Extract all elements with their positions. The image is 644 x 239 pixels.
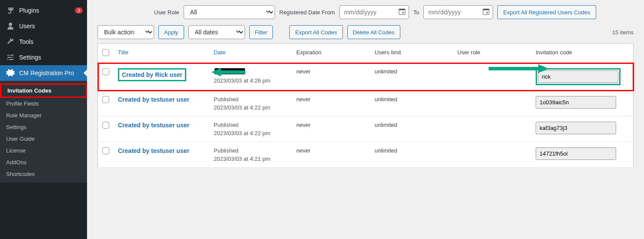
row-users-limit: unlimited bbox=[370, 142, 453, 168]
user-role-select[interactable]: All bbox=[184, 5, 275, 19]
sidebar-label: Tools bbox=[19, 38, 83, 46]
row-checkbox[interactable] bbox=[102, 96, 109, 103]
col-expiration: Expiration bbox=[292, 44, 370, 63]
admin-sidebar: Plugins 3 Users Tools Settings CM Regist… bbox=[0, 0, 87, 239]
arrow-annotation bbox=[211, 66, 246, 79]
invitation-code-field[interactable] bbox=[536, 147, 616, 160]
row-users-limit: unlimited bbox=[370, 63, 453, 91]
invitation-code-field[interactable] bbox=[536, 122, 616, 134]
sub-item-role-manager[interactable]: Role Manager bbox=[0, 110, 87, 121]
plug-icon bbox=[6, 6, 15, 15]
export-registered-users-button[interactable]: Export All Registered Users Codes bbox=[497, 5, 596, 19]
svg-marker-9 bbox=[538, 64, 549, 73]
bulk-actions-select[interactable]: Bulk actions bbox=[97, 25, 154, 39]
sidebar-item-users[interactable]: Users bbox=[0, 18, 87, 34]
user-icon bbox=[6, 22, 15, 30]
row-checkbox[interactable] bbox=[102, 122, 109, 129]
row-checkbox[interactable] bbox=[102, 68, 109, 75]
row-date: 2023/03/03 at 4:21 pm bbox=[214, 156, 288, 162]
sidebar-item-settings[interactable]: Settings bbox=[0, 50, 87, 65]
wrench-icon bbox=[6, 37, 15, 46]
row-users-limit: unlimited bbox=[370, 116, 453, 142]
row-title-link[interactable]: Created by testuser user bbox=[118, 122, 189, 129]
row-title-link[interactable]: Created by testuser user bbox=[118, 147, 189, 154]
sub-item-settings[interactable]: Settings bbox=[0, 121, 87, 133]
user-role-label: User Role bbox=[154, 9, 179, 16]
row-checkbox[interactable] bbox=[102, 147, 109, 154]
row-users-limit: unlimited bbox=[370, 91, 453, 116]
table-row: Created by testuser userPublished2023/03… bbox=[98, 116, 634, 142]
row-expiration: never bbox=[292, 91, 370, 116]
sidebar-label: CM Registration Pro bbox=[19, 69, 83, 77]
sidebar-label: Settings bbox=[19, 53, 83, 61]
row-user-role bbox=[453, 116, 531, 142]
row-title-link[interactable]: Created by Rick user bbox=[122, 71, 182, 78]
date-from-input[interactable] bbox=[339, 5, 409, 19]
filter-bar: User Role All Registered Date From To Ex… bbox=[97, 5, 634, 19]
arrow-annotation bbox=[488, 63, 549, 76]
sidebar-item-plugins[interactable]: Plugins 3 bbox=[0, 3, 87, 18]
delete-all-codes-button[interactable]: Delete All Codes bbox=[347, 25, 400, 39]
sub-item-user-guide[interactable]: User Guide bbox=[0, 133, 87, 145]
table-row: Created by testuser userPublished2023/03… bbox=[98, 91, 634, 116]
row-user-role bbox=[453, 63, 531, 91]
sidebar-item-tools[interactable]: Tools bbox=[0, 34, 87, 50]
date-from-label: Registered Date From bbox=[279, 9, 335, 16]
table-row: Created by Rick user2023/03/03 at 4:26 p… bbox=[98, 63, 634, 91]
sidebar-label: Plugins bbox=[19, 7, 72, 14]
plugin-update-badge: 3 bbox=[75, 7, 83, 13]
select-all-checkbox[interactable] bbox=[102, 49, 109, 56]
col-date[interactable]: Date bbox=[209, 44, 292, 63]
row-date: 2023/03/03 at 4:22 pm bbox=[214, 130, 288, 136]
sidebar-label: Users bbox=[19, 22, 83, 30]
apply-button[interactable]: Apply bbox=[158, 25, 184, 39]
row-status: Published bbox=[214, 147, 238, 154]
row-expiration: never bbox=[292, 63, 370, 91]
action-bar: Bulk actions Apply All dates Filter Expo… bbox=[97, 25, 634, 39]
sub-item-license[interactable]: License bbox=[0, 145, 87, 156]
col-invitation-code: Invitation code bbox=[531, 44, 634, 63]
sub-item-profile-fields[interactable]: Profile Fields bbox=[0, 98, 87, 110]
row-user-role bbox=[453, 91, 531, 116]
sub-item-addons[interactable]: AddOns bbox=[0, 156, 87, 168]
col-users-limit: Users limit bbox=[370, 44, 453, 63]
col-title[interactable]: Title bbox=[114, 44, 209, 63]
date-to-label: To bbox=[413, 9, 419, 16]
date-to-input[interactable] bbox=[423, 5, 493, 19]
gear-icon bbox=[6, 69, 15, 77]
svg-marker-7 bbox=[211, 68, 221, 76]
invitation-codes-table: Title Date Expiration Users limit User r… bbox=[97, 43, 634, 168]
date-filter-select[interactable]: All dates bbox=[188, 25, 245, 39]
export-all-codes-button[interactable]: Export All Codes bbox=[289, 25, 342, 39]
row-status: Published bbox=[214, 96, 238, 103]
row-title-link[interactable]: Created by testuser user bbox=[118, 96, 189, 103]
col-user-role: User role bbox=[453, 44, 531, 63]
sub-item-shortcodes[interactable]: Shortcodes bbox=[0, 168, 87, 180]
sidebar-item-cm-registration[interactable]: CM Registration Pro bbox=[0, 65, 87, 81]
cmreg-submenu: Invitation Codes Profile Fields Role Man… bbox=[0, 81, 87, 183]
items-count: 15 items bbox=[612, 29, 634, 36]
row-date: 2023/03/03 at 4:22 pm bbox=[214, 104, 288, 111]
filter-button[interactable]: Filter bbox=[249, 25, 273, 39]
row-expiration: never bbox=[292, 116, 370, 142]
main-content: User Role All Registered Date From To Ex… bbox=[87, 0, 644, 239]
row-expiration: never bbox=[292, 142, 370, 168]
table-row: Created by testuser userPublished2023/03… bbox=[98, 142, 634, 168]
invitation-code-field[interactable] bbox=[538, 70, 618, 83]
row-user-role bbox=[453, 142, 531, 168]
sliders-icon bbox=[6, 53, 15, 62]
row-status: Published bbox=[214, 122, 238, 128]
sub-item-invitation-codes[interactable]: Invitation Codes bbox=[0, 83, 87, 98]
invitation-code-field[interactable] bbox=[536, 96, 616, 109]
